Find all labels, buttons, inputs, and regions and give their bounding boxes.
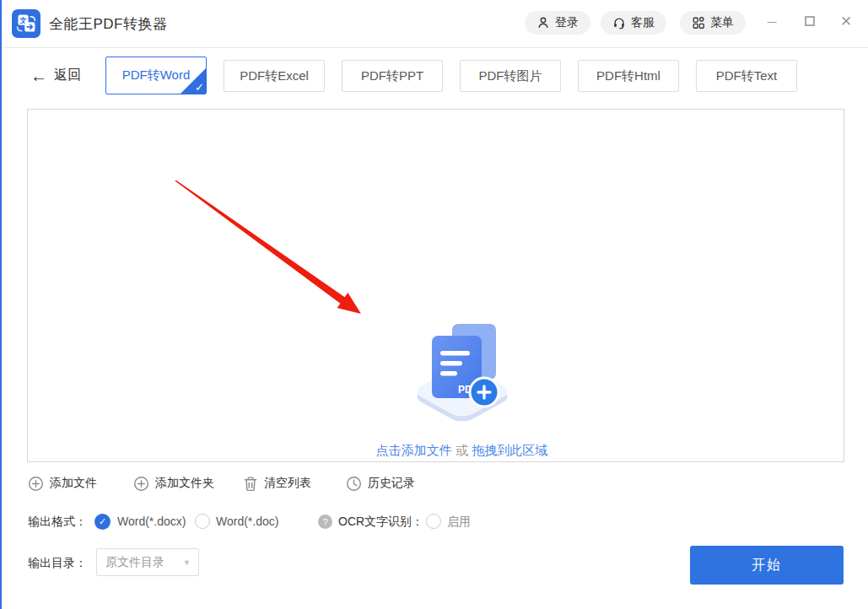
- start-button[interactable]: 开始: [690, 546, 844, 585]
- tab-label: PDF转PPT: [361, 68, 423, 84]
- clock-icon: [346, 476, 362, 492]
- back-arrow-icon: ←: [30, 67, 47, 84]
- grid-menu-icon: [692, 16, 705, 30]
- active-check-icon: ✓: [195, 81, 204, 94]
- drag-here-link[interactable]: 拖拽到此区域: [472, 443, 547, 457]
- support-label: 客服: [631, 15, 655, 30]
- login-button[interactable]: 登录: [525, 11, 590, 35]
- tab-label: PDF转图片: [479, 68, 542, 84]
- word-doc-label[interactable]: Word(*.doc): [216, 515, 278, 528]
- clear-list-button[interactable]: 清空列表: [243, 473, 311, 493]
- menu-label: 菜单: [710, 15, 734, 30]
- tab-pdf-to-ppt[interactable]: PDF转PPT: [342, 60, 443, 92]
- history-label: 历史记录: [368, 476, 415, 491]
- support-button[interactable]: 客服: [601, 11, 666, 35]
- add-pdf-icon: PDF: [409, 317, 519, 425]
- radio-ocr-enable[interactable]: [426, 514, 441, 529]
- plus-circle-icon: [28, 476, 44, 492]
- tab-label: PDF转Html: [596, 68, 660, 84]
- output-dir-value: 原文件目录: [105, 555, 164, 570]
- output-dir-select[interactable]: 原文件目录 ▼: [96, 548, 199, 576]
- ocr-help-icon[interactable]: ?: [318, 515, 332, 529]
- login-label: 登录: [555, 15, 579, 30]
- user-icon: [536, 16, 550, 30]
- maximize-button[interactable]: [799, 8, 821, 34]
- headset-icon: [612, 16, 626, 30]
- app-logo-icon: 文: [12, 9, 40, 38]
- output-format-row: 输出格式： ✓ Word(*.docx) Word(*.doc) ? OCR文字…: [0, 511, 868, 533]
- plus-circle-icon: [133, 476, 149, 492]
- trash-icon: [243, 476, 258, 492]
- chevron-down-icon: ▼: [183, 558, 191, 567]
- file-drop-zone[interactable]: PDF 点击添加文件 或 拖拽到此区域: [27, 109, 844, 462]
- history-button[interactable]: 历史记录: [346, 473, 415, 493]
- radio-word-docx[interactable]: ✓: [94, 514, 111, 530]
- add-file-label: 添加文件: [50, 476, 97, 491]
- click-add-files-link[interactable]: 点击添加文件: [376, 443, 452, 457]
- word-docx-label[interactable]: Word(*.docx): [117, 515, 186, 528]
- ocr-label: OCR文字识别：: [338, 515, 423, 530]
- back-button[interactable]: ← 返回: [30, 67, 81, 84]
- output-format-label: 输出格式：: [28, 515, 87, 530]
- ocr-enable-label[interactable]: 启用: [447, 515, 471, 530]
- tab-label: PDF转Excel: [240, 68, 309, 84]
- app-title: 全能王PDF转换器: [49, 0, 168, 48]
- output-dir-label: 输出目录：: [28, 556, 87, 571]
- back-label: 返回: [54, 67, 81, 84]
- dropzone-hint: 点击添加文件 或 拖拽到此区域: [28, 443, 868, 459]
- add-file-button[interactable]: 添加文件: [28, 473, 97, 493]
- add-folder-button[interactable]: 添加文件夹: [133, 473, 214, 493]
- maximize-icon: [805, 16, 815, 26]
- clear-list-label: 清空列表: [264, 476, 311, 491]
- tab-label: PDF转Word: [122, 67, 191, 84]
- check-icon: ✓: [99, 516, 106, 527]
- title-bar: 文 全能王PDF转换器 登录 客服: [0, 0, 868, 48]
- tab-pdf-to-excel[interactable]: PDF转Excel: [224, 60, 325, 92]
- add-folder-label: 添加文件夹: [155, 476, 214, 491]
- tab-pdf-to-text[interactable]: PDF转Text: [696, 60, 797, 92]
- menu-button[interactable]: 菜单: [680, 11, 746, 35]
- tab-pdf-to-word[interactable]: PDF转Word ✓: [105, 57, 207, 94]
- or-text: 或: [456, 443, 468, 457]
- radio-word-doc[interactable]: [195, 514, 210, 529]
- tab-label: PDF转Text: [716, 68, 778, 84]
- tab-pdf-to-image[interactable]: PDF转图片: [460, 60, 561, 92]
- close-button[interactable]: ✕: [835, 8, 857, 34]
- tab-pdf-to-html[interactable]: PDF转Html: [578, 60, 679, 92]
- minimize-button[interactable]: ─: [761, 8, 783, 34]
